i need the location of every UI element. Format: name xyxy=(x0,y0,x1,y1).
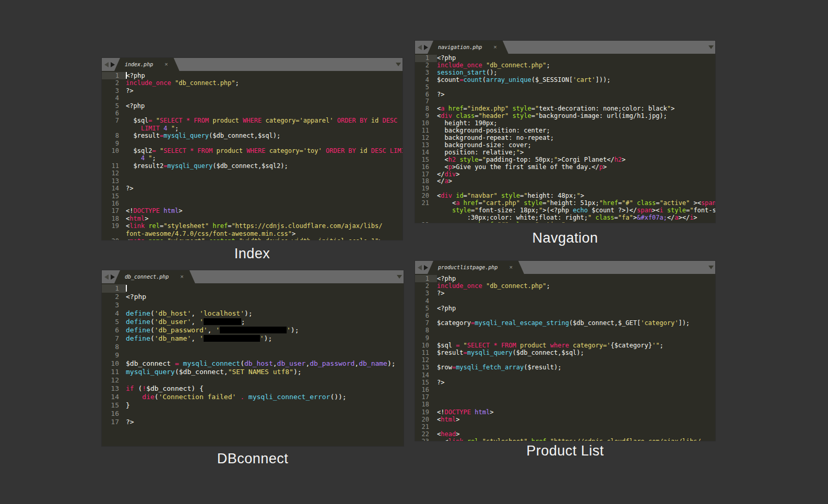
code-text xyxy=(126,110,403,117)
code-area[interactable]: 12<?php34define('db_host', 'localhost');… xyxy=(102,283,404,446)
code-line: LIMIT 4 "; xyxy=(102,125,403,132)
tab-scroll-right-icon[interactable] xyxy=(424,45,428,50)
line-number: 2 xyxy=(415,282,437,290)
line-number: 1 xyxy=(415,275,437,282)
line-number: 16 xyxy=(415,386,437,393)
code-text xyxy=(437,327,715,334)
tab-scroll-right-icon[interactable] xyxy=(111,274,115,280)
code-area[interactable]: 1<?php2include_once "db_connect.php";3se… xyxy=(415,54,715,223)
code-line: 4 xyxy=(415,297,715,305)
code-text: position: relative;"> xyxy=(437,149,715,157)
code-line: 7$category=mysqli_real_escape_string($db… xyxy=(415,319,715,327)
line-number: 7 xyxy=(102,117,126,124)
code-text: define('db_name', ''); xyxy=(126,334,404,343)
code-text xyxy=(437,297,715,305)
line-number: 11 xyxy=(415,349,437,356)
tab-scroll-left-icon[interactable] xyxy=(418,45,422,50)
code-text xyxy=(126,94,403,102)
code-text: <?php xyxy=(126,102,403,110)
line-number: 3 xyxy=(102,87,126,94)
code-line: 16 xyxy=(102,410,404,418)
code-text xyxy=(126,301,404,309)
code-line: 8 $result=mysqli_query($db_connect,$sql)… xyxy=(102,132,403,139)
code-line: 7 $sql= "SELECT * FROM product WHERE cat… xyxy=(102,117,403,124)
code-line: 15?> xyxy=(415,379,715,386)
code-text: <?php xyxy=(126,72,403,79)
line-number: 13 xyxy=(102,177,126,185)
line-number: 7 xyxy=(102,334,126,343)
tab-scroll-left-icon[interactable] xyxy=(418,265,422,270)
line-number: 20 xyxy=(415,193,437,200)
code-text: <link rel="stylesheet" href="https://cdn… xyxy=(437,438,715,441)
file-tab[interactable]: index.php × xyxy=(114,58,180,71)
file-tab[interactable]: navigation.php × xyxy=(428,41,508,54)
code-area[interactable]: 1<?php2include_once "db_connect.php";3?>… xyxy=(415,274,715,441)
tab-scroll-left-icon[interactable] xyxy=(104,274,109,280)
line-number: 1 xyxy=(415,55,437,62)
code-line: 10$db_connect = mysqli_connect(db_host,d… xyxy=(102,359,404,368)
code-text: <link rel="stylesheet" href="https://cdn… xyxy=(126,222,403,230)
overflow-menu-icon[interactable] xyxy=(708,266,714,269)
line-number: 10 xyxy=(102,147,126,154)
code-text xyxy=(437,371,715,379)
overflow-menu-icon[interactable] xyxy=(397,275,402,279)
line-number: 1 xyxy=(102,72,126,79)
line-number: 8 xyxy=(415,105,437,113)
code-text: ?> xyxy=(126,185,403,192)
code-line: 16 xyxy=(102,200,403,207)
line-number: 6 xyxy=(415,91,437,99)
line-number: 8 xyxy=(102,132,126,139)
code-text xyxy=(126,177,403,185)
tab-label: navigation.php xyxy=(438,44,482,50)
code-line: 10$sql = "SELECT * FROM product where ca… xyxy=(415,342,715,349)
code-text: <?php xyxy=(126,293,404,301)
code-text: <!DOCTYPE html> xyxy=(126,207,403,214)
file-tab[interactable]: productlistpage.php × xyxy=(428,261,524,274)
line-number: 15 xyxy=(415,379,437,386)
code-area[interactable]: 1<?php2include_once "db_connect.php";3?>… xyxy=(102,71,403,240)
tab-bar: index.php × xyxy=(102,58,403,71)
close-icon[interactable]: × xyxy=(164,62,168,67)
code-line: 6 xyxy=(102,110,403,117)
file-tab[interactable]: db_connect.php × xyxy=(114,270,195,283)
line-number: 13 xyxy=(415,142,437,149)
close-icon[interactable]: × xyxy=(180,274,183,280)
line-number: 17 xyxy=(102,207,126,214)
tab-scroll-right-icon[interactable] xyxy=(424,265,428,270)
line-number: 9 xyxy=(415,113,437,120)
overflow-menu-icon[interactable] xyxy=(396,63,401,66)
line-number: 4 xyxy=(415,77,437,84)
code-line: 5define('db_user', '; xyxy=(102,318,404,326)
code-line: 5<?php xyxy=(415,305,715,312)
code-line: 5 xyxy=(415,84,715,91)
code-text: background-size: cover; xyxy=(437,142,715,149)
code-line: 22 <a href="#" class="active"> xyxy=(415,222,715,223)
code-line: 11 $result2=mysqli_query($db_connect,$sq… xyxy=(102,162,403,170)
code-line: 3?> xyxy=(415,290,715,297)
code-line: 18</a> xyxy=(415,178,715,185)
close-icon[interactable]: × xyxy=(493,44,496,50)
code-text: <?php xyxy=(437,275,715,282)
line-number xyxy=(102,125,126,132)
code-line: 17 xyxy=(415,393,715,401)
code-line: 3session_start(); xyxy=(415,69,715,77)
code-text: define('db_host', 'localhost'); xyxy=(126,309,404,318)
code-line: 2include_once "db_connect.php"; xyxy=(415,62,715,69)
line-number: 10 xyxy=(415,342,437,349)
overflow-menu-icon[interactable] xyxy=(708,45,714,49)
tab-label: productlistpage.php xyxy=(438,265,498,270)
tab-scroll-right-icon[interactable] xyxy=(111,62,115,67)
code-line: 22<head> xyxy=(415,430,715,438)
line-number: 13 xyxy=(415,364,437,371)
code-text: </div> xyxy=(437,171,715,178)
code-line: 17<!DOCTYPE html> xyxy=(102,207,403,214)
tab-scroll-left-icon[interactable] xyxy=(104,62,109,67)
line-number: 15 xyxy=(415,157,437,164)
code-line: 1<?php xyxy=(415,275,715,282)
tab-nav-arrows xyxy=(418,45,428,50)
code-text: ?> xyxy=(126,87,403,94)
code-line: 15} xyxy=(102,401,404,410)
close-icon[interactable]: × xyxy=(509,265,512,270)
code-text: $count=count(array_unique($_SESSION['car… xyxy=(437,77,715,84)
code-text xyxy=(126,351,404,359)
